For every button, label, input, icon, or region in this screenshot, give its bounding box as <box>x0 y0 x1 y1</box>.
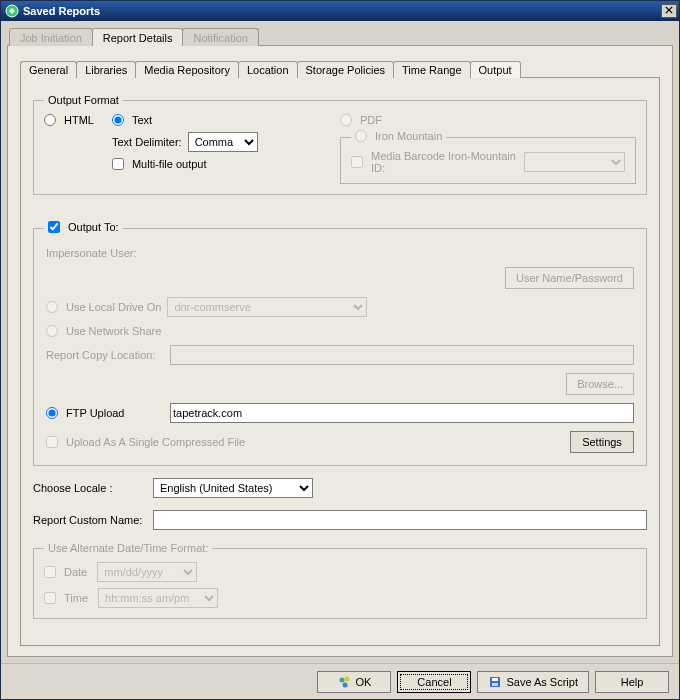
tab-storage-policies[interactable]: Storage Policies <box>297 61 395 78</box>
report-copy-input <box>170 345 634 365</box>
iron-mountain-id-select <box>524 152 625 172</box>
ftp-host-input[interactable] <box>170 403 634 423</box>
app-logo-icon <box>5 4 19 18</box>
ftp-upload-radio[interactable]: FTP Upload <box>46 407 164 419</box>
ok-icon <box>338 675 352 689</box>
custom-name-label: Report Custom Name: <box>33 514 145 526</box>
tab-job-initiation: Job Initiation <box>9 28 93 46</box>
tab-report-details[interactable]: Report Details <box>92 28 184 46</box>
tab-general[interactable]: General <box>20 61 77 78</box>
local-drive-radio: Use Local Drive On <box>46 301 161 313</box>
output-to-group: Output To: Impersonate User: User Name/P… <box>33 221 647 466</box>
close-button[interactable] <box>661 4 677 18</box>
tab-libraries[interactable]: Libraries <box>76 61 136 78</box>
svg-point-3 <box>342 682 347 687</box>
tab-media-repository[interactable]: Media Repository <box>135 61 239 78</box>
compressed-upload-checkbox: Upload As A Single Compressed File <box>46 436 245 448</box>
output-to-checkbox[interactable]: Output To: <box>48 221 119 233</box>
format-html-radio[interactable]: HTML <box>44 114 94 126</box>
delimiter-label: Text Delimiter: <box>112 136 182 148</box>
button-bar: OK Cancel Save As Script Help <box>1 663 679 699</box>
help-button[interactable]: Help <box>595 671 669 693</box>
settings-button[interactable]: Settings <box>570 431 634 453</box>
iron-mountain-radio: Iron Mountain <box>355 130 442 142</box>
saved-reports-window: Saved Reports Job Initiation Report Deta… <box>0 0 680 700</box>
alt-datetime-legend: Use Alternate Date/Time Format: <box>44 542 212 554</box>
locale-select[interactable]: English (United States) <box>153 478 313 498</box>
tab-location[interactable]: Location <box>238 61 298 78</box>
svg-rect-6 <box>492 683 498 686</box>
time-format-select: hh:mm:ss am/pm <box>98 588 218 608</box>
tab-time-range[interactable]: Time Range <box>393 61 471 78</box>
close-icon <box>665 6 673 16</box>
output-format-legend: Output Format <box>44 94 123 106</box>
date-format-select: mm/dd/yyyy <box>97 562 197 582</box>
output-panel: Output Format HTML Text Text <box>20 78 660 646</box>
client-area: Job Initiation Report Details Notificati… <box>1 21 679 663</box>
svg-point-2 <box>344 676 349 681</box>
date-checkbox: Date <box>44 566 87 578</box>
report-copy-label: Report Copy Location: <box>46 349 164 361</box>
time-checkbox: Time <box>44 592 88 604</box>
report-details-panel: General Libraries Media Repository Locat… <box>7 46 673 657</box>
iron-mountain-group: Iron Mountain Media Barcode Iron-Mountai… <box>340 130 636 184</box>
delimiter-select[interactable]: Comma <box>188 132 258 152</box>
tab-notification: Notification <box>182 28 258 46</box>
format-pdf-radio: PDF <box>340 114 382 126</box>
impersonate-label: Impersonate User: <box>46 247 136 259</box>
output-format-group: Output Format HTML Text Text <box>33 94 647 195</box>
multifile-checkbox[interactable]: Multi-file output <box>112 158 258 170</box>
browse-button: Browse... <box>566 373 634 395</box>
title-bar: Saved Reports <box>1 1 679 21</box>
svg-rect-5 <box>492 678 498 681</box>
outer-tabs: Job Initiation Report Details Notificati… <box>7 27 673 46</box>
window-title: Saved Reports <box>23 5 657 17</box>
cancel-button[interactable]: Cancel <box>397 671 471 693</box>
local-drive-host-select: dnr-commserve <box>167 297 367 317</box>
format-text-radio[interactable]: Text <box>112 114 258 126</box>
network-share-radio: Use Network Share <box>46 325 161 337</box>
user-password-button: User Name/Password <box>505 267 634 289</box>
media-barcode-checkbox: Media Barcode Iron-Mountain ID: <box>351 150 518 174</box>
svg-point-1 <box>339 677 344 682</box>
alt-datetime-group: Use Alternate Date/Time Format: Date mm/… <box>33 542 647 619</box>
tab-output[interactable]: Output <box>470 61 521 78</box>
save-icon <box>488 675 502 689</box>
save-as-script-button[interactable]: Save As Script <box>477 671 589 693</box>
ok-button[interactable]: OK <box>317 671 391 693</box>
inner-tabs: General Libraries Media Repository Locat… <box>20 60 660 78</box>
locale-label: Choose Locale : <box>33 482 145 494</box>
custom-name-input[interactable] <box>153 510 647 530</box>
